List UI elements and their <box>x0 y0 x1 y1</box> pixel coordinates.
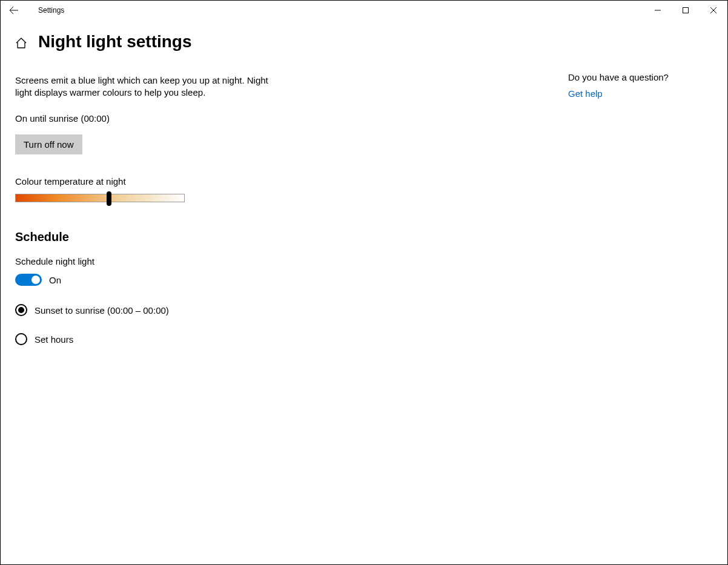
help-question: Do you have a question? <box>568 72 669 82</box>
get-help-link[interactable]: Get help <box>568 88 669 99</box>
page-title: Night light settings <box>38 32 192 51</box>
svg-rect-0 <box>683 8 689 13</box>
radio-icon <box>15 333 27 345</box>
schedule-heading: Schedule <box>15 230 403 244</box>
slider-label: Colour temperature at night <box>15 176 403 187</box>
radio-label-sunset: Sunset to sunrise (00:00 – 00:00) <box>35 305 169 316</box>
page-description: Screens emit a blue light which can keep… <box>15 74 270 99</box>
status-text: On until sunrise (00:00) <box>15 113 403 124</box>
radio-sunset-to-sunrise[interactable]: Sunset to sunrise (00:00 – 00:00) <box>15 304 403 316</box>
schedule-toggle[interactable] <box>15 274 42 286</box>
close-button[interactable] <box>700 1 727 20</box>
window-controls <box>644 1 727 20</box>
close-icon <box>710 7 716 13</box>
toggle-state: On <box>49 275 61 285</box>
schedule-toggle-label: Schedule night light <box>15 256 403 266</box>
titlebar: Settings <box>1 1 727 20</box>
minimize-button[interactable] <box>644 1 672 20</box>
maximize-icon <box>683 7 689 13</box>
radio-set-hours[interactable]: Set hours <box>15 333 403 345</box>
slider-thumb[interactable] <box>107 191 111 206</box>
minimize-icon <box>655 7 661 13</box>
home-button[interactable] <box>15 35 27 49</box>
radio-label-hours: Set hours <box>35 334 73 345</box>
back-arrow-icon <box>9 5 19 15</box>
toggle-knob <box>31 276 40 284</box>
home-icon <box>15 37 27 49</box>
turn-off-button[interactable]: Turn off now <box>15 134 82 154</box>
help-section: Do you have a question? Get help <box>568 72 669 99</box>
back-button[interactable] <box>1 1 27 20</box>
maximize-button[interactable] <box>672 1 700 20</box>
app-title: Settings <box>38 6 64 15</box>
colour-temperature-slider[interactable] <box>15 194 185 202</box>
radio-icon <box>15 304 27 316</box>
